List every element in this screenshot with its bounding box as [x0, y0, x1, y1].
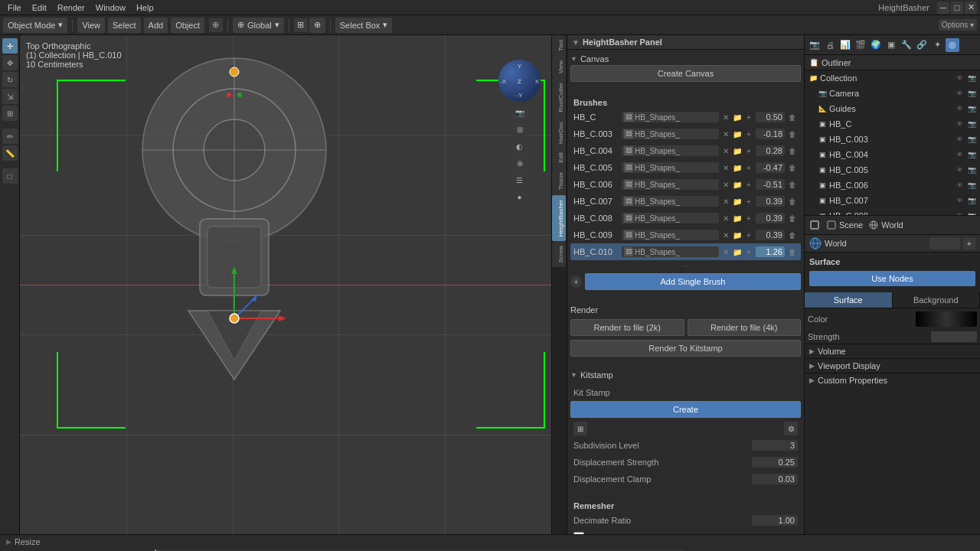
- custom-properties-section[interactable]: ▶ Custom Properties: [805, 373, 980, 387]
- brush-x-8[interactable]: ✕: [721, 247, 730, 256]
- brush-row-3[interactable]: HB_C.005 🖼 HB_Shapes_ ✕ 📁 + 🗑: [570, 159, 801, 176]
- snap-toggle[interactable]: ⊞: [294, 18, 308, 32]
- hbc004-render-icon[interactable]: 📷: [966, 149, 977, 160]
- panel-tab-view[interactable]: View: [552, 56, 566, 78]
- brush-new-0[interactable]: +: [744, 112, 753, 122]
- brush-new-2[interactable]: +: [744, 146, 753, 155]
- add-dropdown[interactable]: Add: [144, 18, 168, 33]
- menu-render[interactable]: Render: [53, 2, 90, 14]
- brush-folder-2[interactable]: 📁: [733, 146, 742, 155]
- brush-folder-3[interactable]: 📁: [733, 163, 742, 172]
- hbc005-render-icon[interactable]: 📷: [966, 165, 977, 175]
- brush-value-1[interactable]: [756, 129, 785, 139]
- orientation-dropdown[interactable]: ⊕ Global ▾: [233, 18, 284, 33]
- hbc003-render-icon[interactable]: 📷: [966, 134, 977, 145]
- xray-btn[interactable]: ☰: [512, 172, 528, 187]
- world-gizmo[interactable]: Y -Y -X X Z: [498, 60, 541, 102]
- volume-section[interactable]: ▶ Volume: [805, 344, 980, 358]
- panel-tab-edit[interactable]: Edit: [552, 148, 566, 168]
- brush-value-4[interactable]: [756, 179, 785, 190]
- brush-del-3[interactable]: 🗑: [787, 162, 798, 173]
- hbc006-render-icon[interactable]: 📷: [966, 180, 977, 191]
- add-single-brush-btn[interactable]: Add Single Brush: [585, 273, 801, 290]
- brush-new-8[interactable]: +: [744, 247, 753, 256]
- render-4k-btn[interactable]: Render to file (4k): [688, 319, 802, 336]
- tool-add-cube[interactable]: □: [2, 168, 18, 184]
- tool-measure[interactable]: 📏: [2, 145, 18, 161]
- brush-row-8[interactable]: HB_C.010 🖼 HB_Shapes_ ✕ 📁 + 🗑: [570, 243, 801, 260]
- brush-row-0[interactable]: HB_C 🖼 HB_Shapes_ ✕ 📁 + 🗑: [570, 109, 801, 126]
- hb-collapse-arrow[interactable]: ▼: [572, 38, 580, 47]
- viewport[interactable]: Top Orthographic (1) Collection | HB_C.0…: [20, 35, 551, 534]
- constraint-icon[interactable]: 🔗: [915, 38, 929, 52]
- background-tab[interactable]: Background: [893, 292, 981, 308]
- world-new-btn[interactable]: +: [963, 237, 975, 249]
- panel-tab-heightbasher[interactable]: HeightBasher: [552, 195, 566, 241]
- render-header[interactable]: Render: [570, 304, 801, 316]
- material-icon[interactable]: ◎: [946, 38, 959, 52]
- brush-x-3[interactable]: ✕: [721, 163, 730, 172]
- guides-render-icon[interactable]: 📷: [966, 103, 977, 114]
- hbc004-vis-icon[interactable]: 👁: [954, 149, 965, 160]
- brush-new-3[interactable]: +: [744, 163, 753, 172]
- tool-rotate[interactable]: ↻: [2, 72, 18, 87]
- world-fake-dropdown[interactable]: [929, 237, 960, 249]
- wireframe-btn[interactable]: ⊞: [512, 122, 528, 137]
- object-mode-dropdown[interactable]: Object Mode ▾: [3, 18, 67, 33]
- menu-window[interactable]: Window: [91, 2, 130, 14]
- scene-tab[interactable]: Scene: [827, 220, 863, 230]
- view-dropdown[interactable]: View: [77, 18, 105, 33]
- render-props-icon[interactable]: 📷: [808, 38, 822, 52]
- shading-btn[interactable]: ◐: [512, 139, 528, 154]
- hbc007-render-icon[interactable]: 📷: [966, 195, 977, 206]
- brush-del-1[interactable]: 🗑: [787, 129, 798, 139]
- select-box-dropdown[interactable]: Select Box ▾: [335, 18, 393, 33]
- maximize-btn[interactable]: □: [951, 2, 963, 14]
- outliner-item-hbc[interactable]: ▣ HB_C 👁 📷: [805, 116, 980, 132]
- brush-value-6[interactable]: [756, 213, 785, 223]
- kitstamp-header[interactable]: ▼ Kitstamp: [570, 369, 801, 381]
- outliner-item-guides[interactable]: 📐 Guides 👁 📷: [805, 101, 980, 116]
- panel-tab-tissue[interactable]: Tissue: [552, 168, 566, 194]
- tool-move[interactable]: ✥: [2, 55, 18, 70]
- scene-props-icon[interactable]: 🎬: [854, 38, 867, 52]
- brush-x-0[interactable]: ✕: [721, 112, 730, 122]
- brush-folder-5[interactable]: 📁: [733, 197, 742, 206]
- strength-value[interactable]: 1.000: [931, 331, 977, 342]
- menu-help[interactable]: Help: [132, 2, 158, 14]
- hbc008-render-icon[interactable]: 📷: [966, 210, 977, 216]
- color-swatch[interactable]: [916, 311, 977, 327]
- overlay-toggle[interactable]: ⊕: [209, 18, 223, 32]
- brush-x-6[interactable]: ✕: [721, 214, 730, 223]
- subdivision-value[interactable]: [752, 440, 798, 451]
- menu-edit[interactable]: Edit: [28, 2, 51, 14]
- brush-new-7[interactable]: +: [744, 230, 753, 240]
- tool-scale[interactable]: ⇲: [2, 89, 18, 104]
- modifier-icon[interactable]: 🔧: [900, 38, 913, 52]
- brush-row-7[interactable]: HB_C.009 🖼 HB_Shapes_ ✕ 📁 + 🗑: [570, 227, 801, 243]
- brush-new-4[interactable]: +: [744, 180, 753, 189]
- panel-tab-screw[interactable]: Screw: [552, 241, 566, 267]
- brush-folder-1[interactable]: 📁: [733, 129, 742, 139]
- brush-new-6[interactable]: +: [744, 214, 753, 223]
- brush-del-0[interactable]: 🗑: [787, 112, 798, 122]
- brush-del-2[interactable]: 🗑: [787, 145, 798, 156]
- outliner-item-hbc006[interactable]: ▣ HB_C.006 👁 📷: [805, 178, 980, 193]
- brush-del-5[interactable]: 🗑: [787, 196, 798, 207]
- panel-tab-tool[interactable]: Tool: [552, 35, 566, 56]
- collection-vis-icon[interactable]: 👁: [954, 73, 965, 83]
- menu-file[interactable]: File: [3, 2, 26, 14]
- viewport-display-section[interactable]: ▶ Viewport Display: [805, 358, 980, 373]
- hbc005-vis-icon[interactable]: 👁: [954, 165, 965, 175]
- brush-x-1[interactable]: ✕: [721, 129, 730, 139]
- particle-icon[interactable]: ✦: [930, 38, 944, 52]
- object-dropdown[interactable]: Object: [171, 18, 204, 33]
- panel-tab-roofcutter[interactable]: RoofCutter: [552, 78, 566, 117]
- tool-transform[interactable]: ⊞: [2, 106, 18, 121]
- brush-x-7[interactable]: ✕: [721, 230, 730, 240]
- brush-del-7[interactable]: 🗑: [787, 230, 798, 240]
- world-tab[interactable]: World: [869, 220, 903, 230]
- outliner-item-collection[interactable]: 📁 Collection 👁 📷: [805, 70, 980, 86]
- outliner-item-hbc005[interactable]: ▣ HB_C.005 👁 📷: [805, 162, 980, 178]
- outliner-item-hbc008[interactable]: ▣ HB_C.008 👁 📷: [805, 208, 980, 216]
